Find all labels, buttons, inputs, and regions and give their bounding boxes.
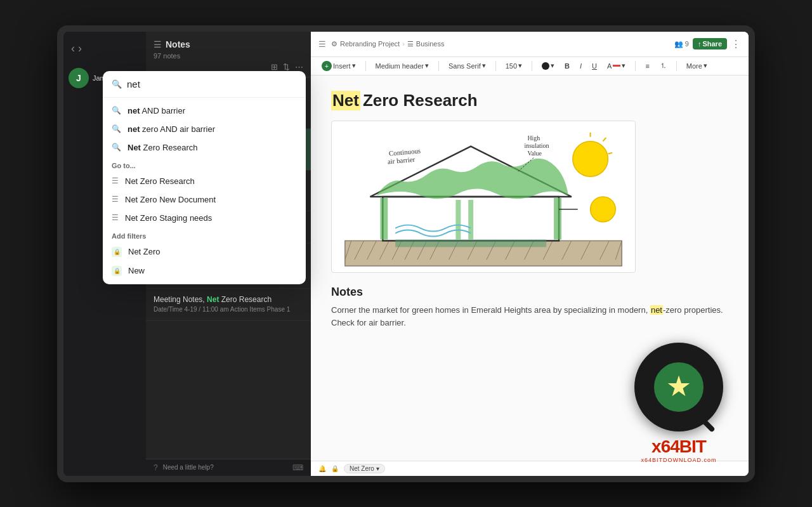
svg-text:Value: Value [527,149,542,156]
title-text: Zero Research [363,91,478,110]
insert-button[interactable]: + Insert ▾ [318,60,359,72]
svg-point-26 [573,141,608,176]
font-selector[interactable]: Sans Serif ▾ [445,60,489,71]
divider [365,61,366,71]
note-preview: Date/Time 4-19 / 11:00 am Action Items P… [154,305,303,314]
laptop-frame: ‹ › J Jamie Gold ▾ ☰ Notes 97 notes ⊞ ⇅ [57,25,755,482]
svg-point-30 [591,197,616,222]
svg-text:High: High [527,134,540,141]
filter-new-icon: 🔒 [112,266,122,276]
title-highlight: Net [331,91,360,110]
filter-item[interactable]: 🔒 New [103,261,306,280]
goto-header: Go to... [103,157,306,172]
note-item[interactable]: Meeting Notes, Net Zero Research Date/Ti… [146,289,311,321]
filter-tag-icon: 🔒 [112,247,122,257]
notes-count: 97 notes [154,52,303,60]
more-icon[interactable]: ⋯ [295,62,303,72]
svg-line-29 [608,152,612,154]
filter-header: Add filters [103,227,306,242]
doc-icon: ☰ [318,39,326,49]
search-suggestion-icon: 🔍 [112,143,121,152]
filter-new-label: New [128,266,145,275]
number-list-button[interactable]: ⒈ [657,60,670,72]
avatar: J [69,68,89,88]
doc-goto-icon: ☰ [112,213,119,222]
notes-highlight: net [650,305,663,315]
more-format-button[interactable]: More ▾ [683,60,710,71]
font-color-button[interactable]: A ▾ [604,60,629,71]
suggestion-item[interactable]: 🔍 Net Zero Research [103,138,306,157]
divider [438,61,439,71]
filter-icon[interactable]: ⊞ [271,62,278,72]
notes-icon: ☰ [154,39,162,49]
tag-badge[interactable]: Net Zero ▾ [344,464,385,473]
svg-rect-21 [380,197,388,239]
goto-item[interactable]: ☰ Net Zero New Document [103,190,306,209]
magnifier-handle [699,416,715,432]
note-title: Meeting Notes, Net Zero Research [154,295,303,305]
suggestion-item[interactable]: 🔍 net AND barrier [103,102,306,120]
more-doc-icon[interactable]: ⋮ [731,38,741,50]
notes-header: ☰ Notes 97 notes ⊞ ⇅ ⋯ [146,32,311,77]
x64-logo: x64BIT x64BITDOWNLOAD.com [641,437,716,463]
search-input-row: 🔍 [103,71,306,98]
divider [635,61,636,71]
divider [676,61,677,71]
lock-icon[interactable]: 🔒 [331,465,339,472]
breadcrumb-icon: ⚙ [331,40,337,48]
search-suggestion-icon: 🔍 [112,106,121,115]
sort-icon[interactable]: ⇅ [283,62,290,72]
divider [495,61,496,71]
magnifier-inner [650,359,707,416]
doc-goto-icon: ☰ [112,176,119,185]
format-toolbar: + Insert ▾ Medium header ▾ Sans Serif ▾ … [311,57,749,76]
breadcrumb-project[interactable]: Rebranding Project [340,40,400,48]
x64-text: x64BIT [641,437,716,457]
search-suggestion-icon: 🔍 [112,124,121,133]
help-icon: ? [154,463,158,472]
notes-body-text: Corner the market for green homes in Eme… [331,304,728,331]
notes-section-heading: Notes [331,286,728,299]
help-text: Need a little help? [163,464,214,471]
underline-button[interactable]: U [589,61,600,71]
breadcrumb-section-label[interactable]: Business [416,40,445,48]
bell-icon[interactable]: 🔔 [318,465,326,472]
svg-rect-25 [395,239,546,247]
doc-title: Net Zero Research [331,91,728,110]
share-area: 👥 9 ↑ Share ⋮ [674,38,741,50]
breadcrumb-section: ☰ [407,40,414,48]
search-input[interactable] [127,79,297,89]
divider [532,61,532,71]
goto-item[interactable]: ☰ Net Zero Research [103,172,306,190]
filter-item[interactable]: 🔒 Net Zero [103,242,306,261]
x64-subtext: x64BITDOWNLOAD.com [641,457,716,463]
search-dropdown: 🔍 🔍 net AND barrier 🔍 net zero AND air b… [103,71,306,284]
sidebar-nav[interactable]: ‹ › [69,39,141,58]
collab-count: 👥 9 [674,40,689,48]
share-button[interactable]: ↑ Share [693,38,727,49]
style-selector[interactable]: Medium header ▾ [372,60,432,71]
keyboard-icon: ⌨ [292,463,303,472]
goto-item[interactable]: ☰ Net Zero Staging needs [103,209,306,227]
notes-title: Notes [166,39,190,49]
breadcrumb-sep: › [402,40,405,48]
svg-rect-22 [554,197,561,239]
laptop-screen: ‹ › J Jamie Gold ▾ ☰ Notes 97 notes ⊞ ⇅ [63,32,749,476]
italic-button[interactable]: I [577,61,585,71]
color-button[interactable]: ▾ [539,60,558,71]
suggestion-item[interactable]: 🔍 net zero AND air barrier [103,120,306,138]
doc-toolbar: ☰ ⚙ Rebranding Project › ☰ Business 👥 9 … [311,32,749,57]
doc-goto-icon: ☰ [112,195,119,204]
bullet-list-button[interactable]: ≡ [642,61,652,71]
doc-notes-section: Notes Corner the market for green homes … [331,286,728,331]
breadcrumb: ⚙ Rebranding Project › ☰ Business [331,40,444,48]
bold-button[interactable]: B [561,61,573,71]
doc-sketch: Continuous air barrier High insulation V… [331,121,636,273]
star-icon [667,376,690,398]
svg-line-28 [603,137,606,141]
help-bar: ? Need a little help? ⌨ [146,459,311,476]
search-icon: 🔍 [112,79,122,89]
bottom-logo: x64BIT x64BITDOWNLOAD.com [634,343,723,463]
magnifier-circle [634,343,723,431]
size-selector[interactable]: 150 ▾ [502,60,525,71]
